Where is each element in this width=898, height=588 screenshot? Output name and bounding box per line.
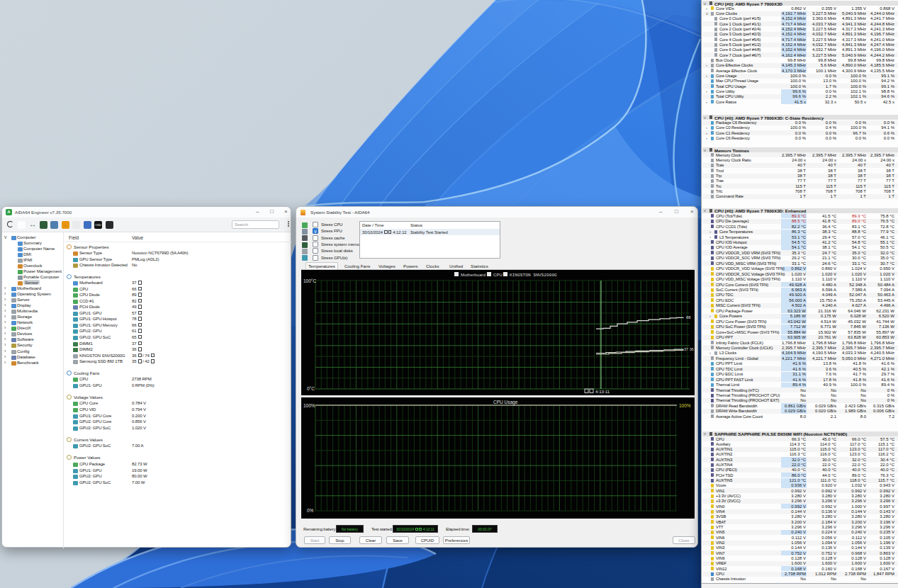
svg-text:66: 66 xyxy=(686,315,691,320)
svg-text:KINGSTON SNVS2000G: KINGSTON SNVS2000G xyxy=(510,273,557,278)
svg-text:0°C: 0°C xyxy=(307,386,315,391)
svg-text:100%: 100% xyxy=(303,403,315,408)
svg-text:CPU Usage: CPU Usage xyxy=(493,400,518,405)
svg-text:100%: 100% xyxy=(679,403,691,408)
svg-text:0%: 0% xyxy=(307,508,314,513)
svg-text:Motherboard: Motherboard xyxy=(461,272,486,277)
svg-text:4:13:11: 4:13:11 xyxy=(595,389,610,394)
svg-text:CPU: CPU xyxy=(493,272,503,277)
svg-text:37 36: 37 36 xyxy=(684,347,694,351)
svg-text:100°C: 100°C xyxy=(303,278,316,283)
